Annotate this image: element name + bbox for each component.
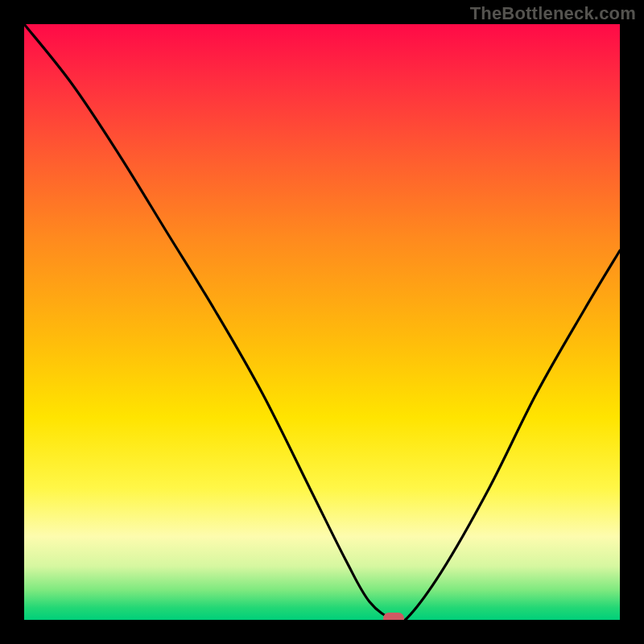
optimal-marker xyxy=(383,613,404,620)
plot-area xyxy=(24,24,620,620)
curve-path xyxy=(24,24,620,620)
bottleneck-curve xyxy=(24,24,620,620)
chart-frame: TheBottleneck.com xyxy=(0,0,644,644)
watermark-text: TheBottleneck.com xyxy=(470,3,636,24)
